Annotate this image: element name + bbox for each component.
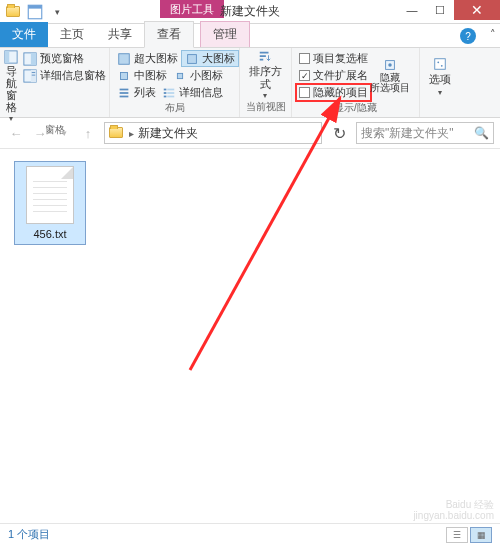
help-button[interactable]: ? xyxy=(460,28,476,44)
nav-pane-label: 导航窗格 xyxy=(4,65,18,113)
item-checkboxes-toggle[interactable]: 项目复选框 xyxy=(296,50,371,67)
qat-dropdown-icon[interactable]: ▾ xyxy=(48,3,66,21)
nav-pane-button[interactable]: 导航窗格 ▾ xyxy=(4,50,18,123)
nav-buttons: ← → ▾ ↑ xyxy=(6,123,98,143)
checkbox-icon xyxy=(299,87,310,98)
ribbon-group-show-hide: 项目复选框 ✓文件扩展名 隐藏的项目 隐藏 所选项目 显示/隐藏 xyxy=(292,48,420,117)
status-bar: 1 个项目 ☰ ▦ xyxy=(0,523,500,545)
titlebar: ▾ 图片工具 新建文件夹 — ☐ ✕ xyxy=(0,0,500,24)
svg-point-30 xyxy=(441,64,443,66)
details-view-toggle[interactable]: ☰ xyxy=(446,527,468,543)
group-label-show-hide: 显示/隐藏 xyxy=(296,101,415,116)
ribbon-group-options: 选项 ▾ xyxy=(420,48,460,117)
svg-rect-25 xyxy=(260,59,264,61)
svg-rect-7 xyxy=(31,69,36,81)
ribbon-group-layout: 超大图标 大图标 中图标 小图标 列表 详细信息 布局 xyxy=(110,48,240,117)
tab-view[interactable]: 查看 xyxy=(144,21,194,48)
ribbon-group-current-view: 排序方式 ▾ 当前视图 xyxy=(240,48,292,117)
properties-icon[interactable] xyxy=(26,3,44,21)
address-row: ← → ▾ ↑ ▸ 新建文件夹 ↻ 搜索"新建文件夹" 🔍 xyxy=(0,118,500,148)
svg-rect-10 xyxy=(119,53,130,64)
search-input[interactable]: 搜索"新建文件夹" 🔍 xyxy=(356,122,494,144)
window-controls: — ☐ ✕ xyxy=(398,0,500,20)
up-button[interactable]: ↑ xyxy=(78,123,98,143)
file-item[interactable]: 456.txt xyxy=(14,161,86,245)
minimize-button[interactable]: — xyxy=(398,0,426,20)
svg-rect-19 xyxy=(164,92,167,94)
search-icon: 🔍 xyxy=(474,126,489,140)
svg-rect-18 xyxy=(167,88,174,90)
file-ext-toggle[interactable]: ✓文件扩展名 xyxy=(296,67,371,84)
breadcrumb-location[interactable]: 新建文件夹 xyxy=(138,125,198,142)
folder-icon xyxy=(4,3,22,21)
icons-view-toggle[interactable]: ▦ xyxy=(470,527,492,543)
history-dropdown[interactable]: ▾ xyxy=(54,123,74,143)
details-pane-icon xyxy=(23,69,37,83)
view-toggles: ☰ ▦ xyxy=(446,527,492,543)
chevron-right-icon: ▸ xyxy=(129,128,134,139)
ribbon-group-panes: 导航窗格 ▾ 预览窗格 详细信息窗格 窗格 xyxy=(0,48,110,117)
layout-details[interactable]: 详细信息 xyxy=(159,84,226,101)
ribbon: 导航窗格 ▾ 预览窗格 详细信息窗格 窗格 超大图标 大图标 xyxy=(0,48,500,118)
details-pane-button[interactable]: 详细信息窗格 xyxy=(20,67,109,84)
layout-medium[interactable]: 中图标 xyxy=(114,67,170,84)
sort-by-button[interactable]: 排序方式 ▾ xyxy=(244,50,286,100)
maximize-button[interactable]: ☐ xyxy=(426,0,454,20)
layout-large[interactable]: 大图标 xyxy=(181,50,239,67)
collapse-ribbon-icon[interactable]: ˄ xyxy=(490,28,496,41)
group-label-current-view: 当前视图 xyxy=(244,100,287,115)
tab-file[interactable]: 文件 xyxy=(0,22,48,47)
file-view[interactable]: 456.txt xyxy=(0,148,500,518)
checkbox-icon xyxy=(299,53,310,64)
svg-rect-17 xyxy=(164,88,167,90)
preview-pane-icon xyxy=(23,52,37,66)
svg-point-27 xyxy=(388,63,392,67)
watermark: Baidu 经验 jingyan.baidu.com xyxy=(413,499,494,521)
hidden-items-toggle[interactable]: 隐藏的项目 xyxy=(296,84,371,101)
layout-list[interactable]: 列表 xyxy=(114,84,159,101)
contextual-tab-header: 图片工具 xyxy=(160,0,224,18)
tab-home[interactable]: 主页 xyxy=(48,22,96,47)
window-title: 新建文件夹 xyxy=(220,3,280,20)
options-icon xyxy=(433,57,447,71)
svg-rect-22 xyxy=(167,95,174,97)
svg-rect-3 xyxy=(5,51,9,63)
svg-rect-11 xyxy=(188,54,197,63)
layout-extra-large[interactable]: 超大图标 xyxy=(114,50,181,67)
svg-rect-12 xyxy=(121,72,128,79)
svg-rect-23 xyxy=(260,52,269,54)
svg-rect-13 xyxy=(177,73,182,78)
layout-small[interactable]: 小图标 xyxy=(170,67,226,84)
close-button[interactable]: ✕ xyxy=(454,0,500,20)
tab-manage[interactable]: 管理 xyxy=(200,21,250,47)
hide-icon xyxy=(383,58,397,72)
sort-icon xyxy=(258,50,272,64)
svg-point-29 xyxy=(437,61,439,63)
tab-share[interactable]: 共享 xyxy=(96,22,144,47)
group-label-layout: 布局 xyxy=(114,101,235,116)
checkbox-checked-icon: ✓ xyxy=(299,70,310,81)
nav-pane-icon xyxy=(4,50,18,64)
svg-rect-21 xyxy=(164,95,167,97)
svg-rect-5 xyxy=(31,52,36,64)
search-placeholder: 搜索"新建文件夹" xyxy=(361,125,454,142)
quick-access-toolbar: ▾ xyxy=(0,3,66,21)
refresh-button[interactable]: ↻ xyxy=(328,122,350,144)
folder-icon xyxy=(109,127,125,140)
forward-button[interactable]: → xyxy=(30,123,50,143)
address-bar[interactable]: ▸ 新建文件夹 xyxy=(104,122,322,144)
svg-rect-24 xyxy=(260,56,266,58)
back-button[interactable]: ← xyxy=(6,123,26,143)
ribbon-tabs: 文件 主页 共享 查看 管理 ? ˄ xyxy=(0,24,500,48)
text-file-icon xyxy=(26,166,74,224)
status-count: 1 个项目 xyxy=(8,527,50,542)
svg-rect-20 xyxy=(167,92,174,94)
svg-rect-28 xyxy=(435,58,446,69)
options-button[interactable]: 选项 ▾ xyxy=(424,50,456,103)
preview-pane-button[interactable]: 预览窗格 xyxy=(20,50,109,67)
file-name-label: 456.txt xyxy=(33,228,66,240)
hide-selected-button[interactable]: 隐藏 所选项目 xyxy=(373,50,407,101)
svg-rect-1 xyxy=(28,5,42,8)
